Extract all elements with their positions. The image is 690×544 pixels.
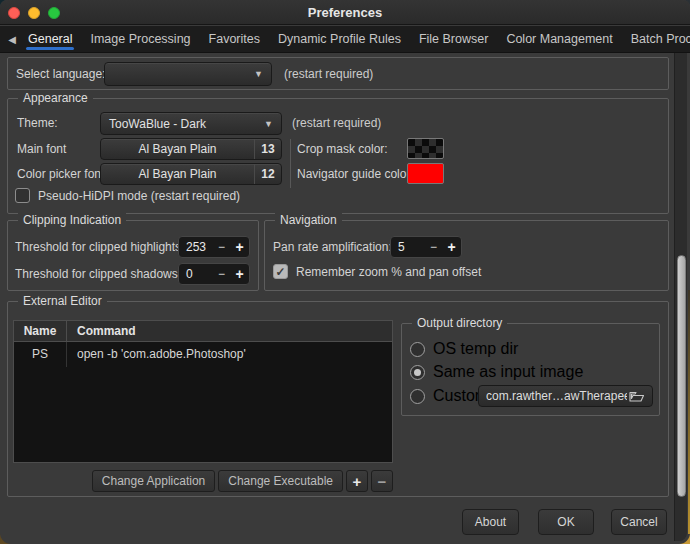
plus-icon[interactable]: + — [442, 239, 461, 255]
title-bar: Preferences — [0, 0, 690, 25]
radio-icon[interactable] — [410, 389, 425, 404]
editor-table-header: Name Command — [14, 321, 392, 342]
ok-button[interactable]: OK — [538, 509, 594, 535]
about-button[interactable]: About — [462, 509, 519, 535]
window-title: Preferences — [0, 0, 690, 25]
change-application-button[interactable]: Change Application — [92, 470, 215, 492]
clipping-frame: Clipping Indication Threshold for clippe… — [7, 220, 259, 291]
main-font-size: 13 — [255, 142, 281, 156]
external-editor-frame: External Editor Name Command PS open -b … — [7, 301, 669, 497]
clipped-highlights-label: Threshold for clipped highlights: — [15, 240, 184, 254]
picker-font-size: 12 — [255, 167, 281, 181]
plus-icon[interactable]: + — [230, 239, 249, 255]
output-directory-frame: Output directory OS temp dir Same as inp… — [401, 323, 660, 416]
remember-zoom-row: ✓ Remember zoom % and pan offset — [273, 264, 481, 279]
hidpi-label: Pseudo-HiDPI mode (restart required) — [38, 189, 240, 203]
plus-icon[interactable]: + — [230, 266, 249, 282]
appearance-legend: Appearance — [18, 91, 93, 106]
chevron-left-icon[interactable]: ◀ — [5, 34, 19, 45]
os-temp-dir-label: OS temp dir — [433, 340, 518, 358]
picker-font-button[interactable]: Al Bayan Plain 12 — [100, 163, 282, 185]
custom-directory-value: com.rawther…awTherapee — [486, 389, 627, 403]
remember-zoom-label: Remember zoom % and pan offset — [296, 265, 481, 279]
theme-label: Theme: — [17, 116, 58, 130]
add-editor-button[interactable]: + — [346, 470, 368, 492]
theme-restart-note: (restart required) — [292, 116, 381, 130]
change-executable-button[interactable]: Change Executable — [218, 470, 343, 492]
remove-editor-button[interactable]: − — [371, 470, 393, 492]
dropdown-arrow-icon: ▼ — [264, 119, 273, 129]
picker-font-name: Al Bayan Plain — [101, 167, 254, 181]
appearance-frame: Appearance Theme: TooWaBlue - Dark ▼ (re… — [7, 98, 669, 214]
hidpi-checkbox[interactable] — [15, 188, 30, 203]
tab-favorites[interactable]: Favorites — [200, 26, 269, 53]
navigation-legend: Navigation — [275, 213, 342, 228]
preferences-window: Preferences ◀ General Image Processing F… — [0, 0, 690, 544]
pan-rate-label: Pan rate amplification: — [273, 240, 392, 254]
clipped-shadows-spinner[interactable]: 0 − + — [178, 263, 250, 285]
editor-name-cell: PS — [14, 342, 66, 367]
spinner-value[interactable]: 253 — [179, 240, 213, 254]
custom-directory-field[interactable]: com.rawther…awTherapee — [478, 385, 653, 407]
navigator-guide-color-swatch[interactable] — [407, 163, 444, 184]
folder-open-icon[interactable] — [627, 387, 647, 405]
language-restart-note: (restart required) — [284, 67, 373, 81]
tab-image-processing[interactable]: Image Processing — [81, 26, 199, 53]
theme-dropdown-value: TooWaBlue - Dark — [109, 117, 206, 131]
minus-icon[interactable]: − — [213, 267, 230, 281]
main-font-label: Main font — [17, 142, 66, 156]
main-font-button[interactable]: Al Bayan Plain 13 — [100, 138, 282, 160]
scrollbar-track[interactable] — [674, 53, 687, 541]
navigation-frame: Navigation Pan rate amplification: 5 − +… — [264, 220, 669, 291]
dropdown-arrow-icon: ▼ — [254, 69, 263, 79]
crop-mask-color-swatch[interactable] — [407, 138, 444, 159]
language-dropdown[interactable]: ▼ — [104, 62, 272, 86]
language-label: Select language: — [16, 67, 105, 81]
hidpi-row: Pseudo-HiDPI mode (restart required) — [15, 188, 240, 203]
radio-selected-icon[interactable] — [410, 365, 425, 380]
table-row[interactable]: PS open -b 'com.adobe.Photoshop' — [14, 342, 392, 367]
theme-dropdown[interactable]: TooWaBlue - Dark ▼ — [100, 112, 282, 135]
remember-zoom-checkbox[interactable]: ✓ — [273, 264, 288, 279]
tab-batch-processing[interactable]: Batch Processing — [622, 26, 690, 53]
tab-file-browser[interactable]: File Browser — [410, 26, 497, 53]
main-font-name: Al Bayan Plain — [101, 142, 254, 156]
external-editor-legend: External Editor — [18, 294, 107, 309]
navigator-guide-label: Navigator guide color: — [297, 167, 414, 181]
tab-general[interactable]: General — [19, 26, 81, 53]
clipped-shadows-label: Threshold for clipped shadows: — [15, 267, 181, 281]
cancel-button[interactable]: Cancel — [611, 509, 667, 535]
tab-color-management[interactable]: Color Management — [497, 26, 621, 53]
minus-icon[interactable]: − — [425, 240, 442, 254]
column-header-name[interactable]: Name — [14, 321, 66, 341]
picker-font-label: Color picker font: — [17, 167, 108, 181]
divider — [290, 139, 291, 188]
editor-table: Name Command PS open -b 'com.adobe.Photo… — [13, 320, 393, 463]
tab-bar: ◀ General Image Processing Favorites Dyn… — [0, 26, 690, 53]
spinner-value[interactable]: 5 — [391, 240, 425, 254]
editor-buttons-row: Change Application Change Executable + − — [13, 470, 393, 492]
pan-rate-spinner[interactable]: 5 − + — [390, 236, 462, 258]
clipped-highlights-spinner[interactable]: 253 − + — [178, 236, 250, 258]
os-temp-dir-option[interactable]: OS temp dir — [410, 340, 518, 358]
crop-mask-label: Crop mask color: — [297, 142, 388, 156]
radio-icon[interactable] — [410, 342, 425, 357]
editor-command-cell: open -b 'com.adobe.Photoshop' — [66, 342, 392, 367]
same-as-input-label: Same as input image — [433, 363, 583, 381]
spinner-value[interactable]: 0 — [179, 267, 213, 281]
output-directory-legend: Output directory — [412, 316, 507, 331]
same-as-input-option[interactable]: Same as input image — [410, 363, 583, 381]
clipping-legend: Clipping Indication — [18, 213, 126, 228]
tab-dynamic-profile-rules[interactable]: Dynamic Profile Rules — [269, 26, 410, 53]
minus-icon[interactable]: − — [213, 240, 230, 254]
scrollbar-thumb[interactable] — [677, 255, 686, 497]
language-frame: Select language: ▼ (restart required) — [7, 57, 669, 90]
column-header-command[interactable]: Command — [66, 321, 392, 341]
